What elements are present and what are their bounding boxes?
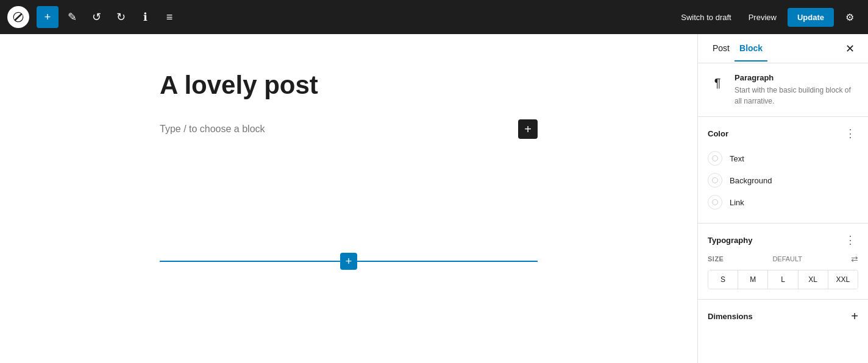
size-m-button[interactable]: M <box>738 270 768 289</box>
paragraph-icon: ¶ <box>708 73 727 93</box>
editor-area[interactable]: A lovely post Type / to choose a block +… <box>0 34 697 363</box>
plus-icon: + <box>44 11 51 24</box>
color-text-swatch <box>708 151 722 166</box>
sidebar-content: ¶ Paragraph Start with the basic buildin… <box>698 63 868 363</box>
redo-icon: ↻ <box>116 10 126 24</box>
toolbar-right-group: Switch to draft Preview Update ⚙ <box>675 6 861 28</box>
typography-more-button[interactable]: ⋮ <box>842 233 858 247</box>
color-section-title: Color <box>708 129 728 138</box>
size-xl-button[interactable]: XL <box>799 270 828 289</box>
list-icon: ≡ <box>166 11 173 24</box>
typography-section-title: Typography <box>708 236 752 245</box>
block-placeholder: Type / to choose a block + <box>160 119 538 139</box>
color-section-header: Color ⋮ <box>708 127 858 140</box>
size-label: SIZE <box>708 255 724 263</box>
undo-button[interactable]: ↺ <box>85 6 107 28</box>
color-text-option[interactable]: Text <box>708 147 858 169</box>
color-text-label: Text <box>730 154 744 163</box>
gear-icon: ⚙ <box>845 12 854 23</box>
color-background-option[interactable]: Background <box>708 169 858 191</box>
size-l-button[interactable]: L <box>768 270 798 289</box>
size-buttons-group: S M L XL XXL <box>708 270 858 289</box>
sidebar: Post Block ✕ ¶ Paragraph Start with the … <box>697 34 868 363</box>
size-reset-button[interactable]: ⇄ <box>851 254 858 264</box>
tab-block[interactable]: Block <box>735 36 767 62</box>
main-layout: A lovely post Type / to choose a block +… <box>0 34 868 363</box>
block-name: Paragraph <box>735 73 858 82</box>
block-info-text: Paragraph Start with the basic building … <box>735 73 858 107</box>
color-link-label: Link <box>730 198 744 207</box>
size-s-button[interactable]: S <box>708 270 738 289</box>
typography-section: Typography ⋮ SIZE DEFAULT ⇄ S M L XL <box>698 224 868 300</box>
edit-button[interactable]: ✎ <box>61 6 83 28</box>
list-view-button[interactable]: ≡ <box>158 6 180 28</box>
settings-button[interactable]: ⚙ <box>839 6 861 28</box>
sidebar-tabs: Post Block ✕ <box>698 34 868 63</box>
update-button[interactable]: Update <box>788 8 834 27</box>
inserter-line-container: + <box>160 261 538 262</box>
more-icon: ⋮ <box>845 127 856 140</box>
redo-button[interactable]: ↻ <box>110 6 132 28</box>
color-link-option[interactable]: Link <box>708 191 858 213</box>
color-link-swatch <box>708 195 722 210</box>
tab-post[interactable]: Post <box>708 36 735 62</box>
color-more-button[interactable]: ⋮ <box>842 127 858 140</box>
toolbar-left-group: + ✎ ↺ ↻ ℹ ≡ <box>7 6 180 28</box>
plus-icon: + <box>851 309 858 323</box>
sidebar-close-button[interactable]: ✕ <box>841 40 858 57</box>
size-default-label: DEFAULT <box>772 255 802 263</box>
color-background-label: Background <box>730 176 772 185</box>
placeholder-text: Type / to choose a block <box>160 124 518 135</box>
undo-icon: ↺ <box>92 10 101 24</box>
add-block-toolbar-button[interactable]: + <box>37 6 59 28</box>
preview-button[interactable]: Preview <box>742 9 783 26</box>
dimensions-add-button[interactable]: + <box>851 309 858 323</box>
editor-content: A lovely post Type / to choose a block +… <box>135 71 562 262</box>
dimensions-title: Dimensions <box>708 312 753 321</box>
wordpress-logo <box>7 6 29 28</box>
switch-to-draft-button[interactable]: Switch to draft <box>675 9 737 26</box>
main-toolbar: + ✎ ↺ ↻ ℹ ≡ Switch to draft Preview Upda… <box>0 0 868 34</box>
size-xxl-button[interactable]: XXL <box>828 270 858 289</box>
add-block-inline-button[interactable]: + <box>518 119 538 139</box>
info-button[interactable]: ℹ <box>134 6 156 28</box>
inserter-line: + <box>160 261 538 262</box>
dimensions-section: Dimensions + <box>698 300 868 333</box>
typography-section-header: Typography ⋮ <box>708 233 858 247</box>
sliders-icon: ⇄ <box>851 254 858 264</box>
plus-icon: + <box>524 122 532 136</box>
color-section: Color ⋮ Text Background <box>698 117 868 224</box>
close-icon: ✕ <box>845 42 855 55</box>
dimensions-header: Dimensions + <box>708 309 858 323</box>
color-background-swatch <box>708 173 722 188</box>
pencil-icon: ✎ <box>68 10 77 24</box>
info-icon: ℹ <box>143 10 148 24</box>
block-description: Start with the basic building block of a… <box>735 85 858 107</box>
inserter-line-button[interactable]: + <box>340 253 357 270</box>
size-label-row: SIZE DEFAULT ⇄ <box>708 254 858 264</box>
post-title[interactable]: A lovely post <box>160 71 538 100</box>
plus-icon: + <box>346 255 352 268</box>
more-icon: ⋮ <box>845 233 856 247</box>
block-info: ¶ Paragraph Start with the basic buildin… <box>698 63 868 117</box>
